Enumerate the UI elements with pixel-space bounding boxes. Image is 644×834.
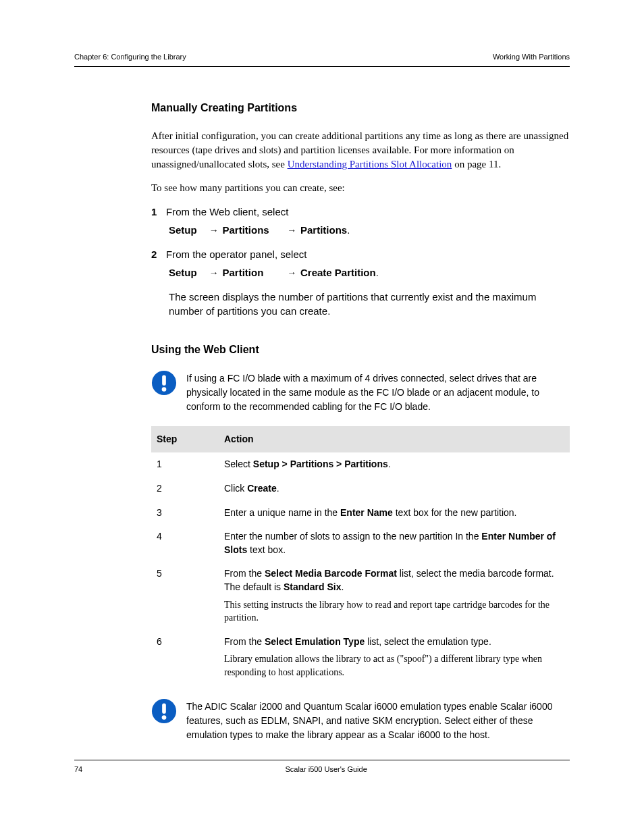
step-1: 1 From the Web client, select: [151, 205, 570, 219]
cell-step: 2: [151, 477, 219, 501]
svg-rect-1: [162, 375, 166, 385]
table-row: 1 Select Setup > Partitions > Partitions…: [151, 452, 570, 477]
arrow-right-icon: →: [208, 224, 220, 238]
notice-fc-io-blade: If using a FC I/O blade with a maximum o…: [151, 369, 570, 414]
cell-action: Select Setup > Partitions > Partitions.: [219, 452, 570, 477]
step-number: 2: [151, 247, 161, 261]
table-row: 3 Enter a unique name in the Enter Name …: [151, 501, 570, 525]
cell-step: 6: [151, 630, 219, 685]
notice-text: The ADIC Scalar i2000 and Quantum Scalar…: [186, 697, 570, 742]
table-row: 2 Click Create.: [151, 477, 570, 501]
cell-action: From the Select Media Barcode Format lis…: [219, 562, 570, 629]
col-action: Action: [219, 426, 570, 453]
cell-note: This setting instructs the library how t…: [224, 598, 564, 625]
cell-action: Click Create.: [219, 477, 570, 501]
alert-icon: [151, 370, 177, 396]
menu-partitions-2: Partitions: [300, 223, 347, 237]
step-text-prefix: From the operator panel, select: [166, 249, 306, 260]
menu-partition: Partition: [223, 265, 284, 280]
arrow-right-icon: →: [286, 267, 298, 280]
svg-point-5: [162, 715, 167, 720]
table-row: 5 From the Select Media Barcode Format l…: [151, 562, 570, 629]
header-chapter: Chapter 6: Configuring the Library: [74, 52, 186, 62]
cell-action: Enter the number of slots to assign to t…: [219, 525, 570, 562]
para-screen-displays: The screen displays the number of partit…: [169, 290, 570, 318]
intro-paragraph: After initial configuration, you can cre…: [151, 129, 570, 172]
menu-setup: Setup: [169, 223, 205, 237]
notice-emulation-types: The ADIC Scalar i2000 and Quantum Scalar…: [151, 697, 570, 742]
alert-icon: [151, 698, 177, 724]
step-2: 2 From the operator panel, select: [151, 247, 570, 261]
table-row: 6 From the Select Emulation Type list, s…: [151, 630, 570, 685]
arrow-right-icon: →: [208, 267, 220, 280]
page-number: 74: [74, 764, 82, 775]
step-number: 1: [151, 205, 161, 219]
cell-step: 5: [151, 562, 219, 629]
cell-step: 4: [151, 525, 219, 562]
menu-setup: Setup: [169, 265, 205, 280]
menu-period: .: [376, 265, 379, 280]
cross-ref-link[interactable]: Understanding Partitions Slot Allocation: [288, 159, 452, 170]
para-see-how-many: To see how many partitions you can creat…: [151, 181, 570, 195]
menu-create-partition: Create Partition: [300, 265, 376, 280]
cell-note: Library emulation allows the library to …: [224, 652, 564, 679]
notice-text: If using a FC I/O blade with a maximum o…: [186, 369, 570, 414]
cell-action: Enter a unique name in the Enter Name te…: [219, 501, 570, 525]
cell-step: 3: [151, 501, 219, 525]
table-row: 4 Enter the number of slots to assign to…: [151, 525, 570, 562]
header-section: Working With Partitions: [493, 52, 570, 62]
arrow-right-icon: →: [286, 224, 298, 238]
col-step: Step: [151, 426, 219, 453]
cell-step: 1: [151, 452, 219, 477]
footer-title: Scalar i500 User's Guide: [285, 764, 367, 775]
section-title-manual: Manually Creating Partitions: [151, 101, 570, 115]
menu-path-operator: Setup → Partition → Create Partition.: [169, 265, 570, 280]
svg-point-2: [162, 387, 167, 392]
menu-partitions-1: Partitions: [223, 223, 284, 237]
intro-text-suffix: on page 11.: [452, 159, 501, 170]
svg-rect-4: [162, 703, 166, 713]
step-text-prefix: From the Web client, select: [166, 206, 288, 217]
steps-table: Step Action 1 Select Setup > Partitions …: [151, 426, 570, 685]
sub-heading-web-client: Using the Web Client: [151, 342, 570, 357]
menu-period: .: [347, 223, 350, 237]
menu-path-web: Setup → Partitions → Partitions.: [169, 223, 570, 238]
cell-action: From the Select Emulation Type list, sel…: [219, 630, 570, 685]
table-header-row: Step Action: [151, 426, 570, 453]
